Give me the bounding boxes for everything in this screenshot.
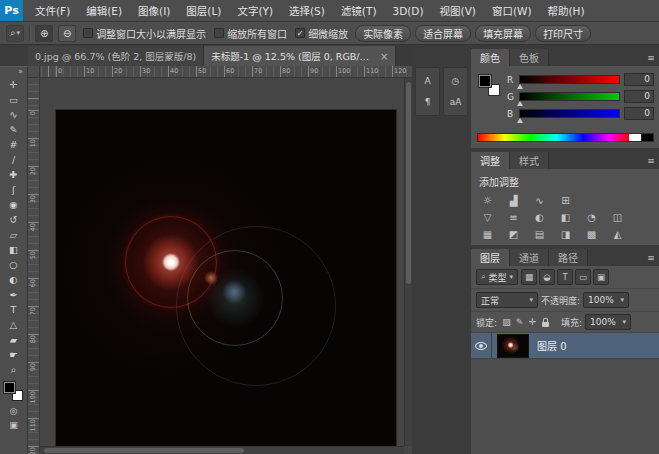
- character-styles-panel-icon[interactable]: aA: [446, 93, 466, 111]
- eyedropper-tool[interactable]: ∕: [2, 152, 26, 167]
- lock-image-pixels-icon[interactable]: ✎: [513, 315, 526, 329]
- crop-tool[interactable]: #: [2, 137, 26, 152]
- menu-item-3[interactable]: 图像(I): [130, 0, 178, 21]
- menu-item-8[interactable]: 3D(D): [384, 0, 431, 21]
- curves-icon[interactable]: ∿: [531, 193, 548, 207]
- brightness-contrast-icon[interactable]: ☼: [479, 193, 496, 207]
- path-selection-tool[interactable]: △: [2, 317, 26, 332]
- channel-value-G[interactable]: 0: [624, 90, 654, 103]
- options-button-4[interactable]: 打印尺寸: [535, 25, 591, 42]
- hue-saturation-icon[interactable]: ≡: [505, 210, 522, 224]
- photo-filter-icon[interactable]: ◔: [583, 210, 600, 224]
- zoom-out-button[interactable]: ⊖: [58, 25, 76, 42]
- option-checkbox-2[interactable]: 缩放所有窗口: [214, 26, 287, 41]
- shape-tool[interactable]: ▰: [2, 332, 26, 347]
- zoom-in-button[interactable]: ⊕: [35, 25, 53, 42]
- options-button-3[interactable]: 填充屏幕: [475, 25, 531, 42]
- slider-thumb[interactable]: [517, 118, 523, 123]
- option-checkbox-1[interactable]: 调整窗口大小以满屏显示: [83, 26, 206, 41]
- foreground-background-colors[interactable]: [4, 382, 23, 401]
- color-lookup-icon[interactable]: ▦: [479, 227, 496, 241]
- filter-type-layers-icon[interactable]: T: [557, 269, 573, 285]
- panel-menu-icon[interactable]: ≡: [642, 249, 659, 266]
- tab-paths[interactable]: 路径: [549, 249, 588, 266]
- menu-item-2[interactable]: 编辑(E): [78, 0, 130, 21]
- black-white-icon[interactable]: ◧: [557, 210, 574, 224]
- tab-close-icon[interactable]: ×: [380, 51, 388, 62]
- fill-dropdown[interactable]: 100% ▾: [585, 314, 631, 330]
- color-balance-icon[interactable]: ◐: [531, 210, 548, 224]
- tab-color[interactable]: 颜色: [471, 49, 510, 66]
- document-canvas[interactable]: [56, 110, 396, 446]
- document-tab-1[interactable]: 0.jpg @ 66.7% (色阶 2, 图层蒙版/8): [28, 46, 204, 66]
- quick-mask-button[interactable]: ◎: [2, 404, 26, 418]
- checkbox-box-icon[interactable]: ✓: [295, 28, 305, 38]
- type-tool[interactable]: T: [2, 302, 26, 317]
- paragraph-panel-icon[interactable]: ¶: [418, 93, 438, 111]
- filter-smart-objects-icon[interactable]: ▣: [593, 269, 609, 285]
- menu-item-9[interactable]: 视图(V): [432, 0, 484, 21]
- menu-item-11[interactable]: 帮助(H): [540, 0, 593, 21]
- blur-tool[interactable]: ○: [2, 257, 26, 272]
- slider-thumb[interactable]: [517, 101, 523, 106]
- scrollbar-thumb[interactable]: [44, 448, 244, 453]
- filter-shape-layers-icon[interactable]: ▭: [575, 269, 591, 285]
- layer-thumbnail[interactable]: [497, 334, 529, 358]
- dodge-tool[interactable]: ◐: [2, 272, 26, 287]
- tab-layers[interactable]: 图层: [471, 249, 510, 266]
- channel-value-R[interactable]: 0: [624, 73, 654, 86]
- posterize-icon[interactable]: ▤: [531, 227, 548, 241]
- blend-mode-dropdown[interactable]: 正常 ▾: [476, 292, 538, 308]
- zoom-tool-preset[interactable]: ⌕ ▾: [6, 25, 24, 42]
- tab-swatches[interactable]: 色板: [510, 49, 549, 66]
- brush-tool[interactable]: ʃ: [2, 182, 26, 197]
- lasso-tool[interactable]: ∿: [2, 107, 26, 122]
- menu-item-6[interactable]: 选择(S): [281, 0, 333, 21]
- menu-item-7[interactable]: 滤镜(T): [333, 0, 385, 21]
- color-spectrum-ramp[interactable]: [477, 133, 654, 142]
- character-panel-icon[interactable]: A: [418, 72, 438, 90]
- gradient-tool[interactable]: ◧: [2, 242, 26, 257]
- threshold-icon[interactable]: ◨: [557, 227, 574, 241]
- selective-color-icon[interactable]: ◭: [609, 227, 626, 241]
- panel-menu-icon[interactable]: ≡: [642, 49, 659, 66]
- menu-item-10[interactable]: 窗口(W): [484, 0, 540, 21]
- horizontal-scrollbar[interactable]: [40, 446, 404, 454]
- lock-position-icon[interactable]: ✛: [526, 315, 539, 329]
- screen-mode-button[interactable]: ▣: [2, 418, 26, 432]
- menu-item-1[interactable]: 文件(F): [27, 0, 78, 21]
- pen-tool[interactable]: ✒: [2, 287, 26, 302]
- exposure-icon[interactable]: ⊞: [557, 193, 574, 207]
- option-checkbox-3[interactable]: ✓细微缩放: [295, 26, 348, 41]
- filter-pixel-layers-icon[interactable]: ▦: [521, 269, 537, 285]
- foreground-color-swatch[interactable]: [479, 75, 491, 87]
- quick-selection-tool[interactable]: ✎: [2, 122, 26, 137]
- levels-icon[interactable]: ▟: [505, 193, 522, 207]
- document-tab-2[interactable]: 未标题-1 @ 12.5% (图层 0, RGB/8) *×: [204, 46, 396, 66]
- collapse-toolbar-button[interactable]: »: [14, 67, 27, 77]
- slider-thumb[interactable]: [517, 84, 523, 89]
- history-brush-tool[interactable]: ↺: [2, 212, 26, 227]
- menu-item-4[interactable]: 图层(L): [178, 0, 229, 21]
- lock-all-icon[interactable]: [539, 315, 552, 329]
- channel-slider-G[interactable]: [519, 92, 620, 101]
- checkbox-box-icon[interactable]: [83, 28, 93, 38]
- tab-adjustments[interactable]: 调整: [471, 152, 510, 169]
- invert-icon[interactable]: ◩: [505, 227, 522, 241]
- channel-slider-R[interactable]: [519, 75, 620, 84]
- layer-visibility-toggle[interactable]: [471, 333, 492, 358]
- channel-mixer-icon[interactable]: ◫: [609, 210, 626, 224]
- scrollbar-thumb[interactable]: [406, 82, 411, 284]
- hand-tool[interactable]: ☛: [2, 347, 26, 362]
- ruler-origin[interactable]: [28, 66, 40, 78]
- history-panel-icon[interactable]: ◷: [446, 72, 466, 90]
- panel-menu-icon[interactable]: ≡: [642, 152, 659, 169]
- marquee-tool[interactable]: ▭: [2, 92, 26, 107]
- filter-kind-dropdown[interactable]: ⌕ 类型 ▾: [476, 269, 518, 285]
- healing-brush-tool[interactable]: ✚: [2, 167, 26, 182]
- eraser-tool[interactable]: ▱: [2, 227, 26, 242]
- zoom-tool[interactable]: ⌕: [2, 362, 26, 377]
- color-swatches[interactable]: [479, 75, 500, 96]
- opacity-dropdown[interactable]: 100% ▾: [583, 292, 629, 308]
- clone-stamp-tool[interactable]: ◉: [2, 197, 26, 212]
